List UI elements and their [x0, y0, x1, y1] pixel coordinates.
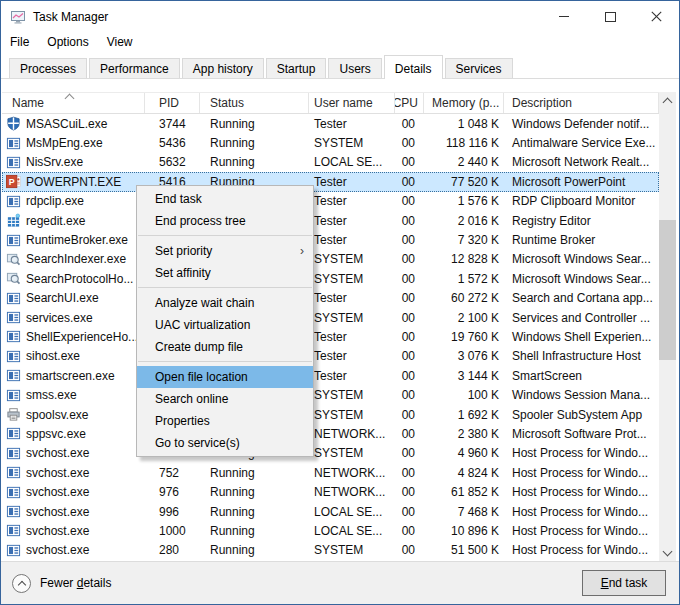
tab-users[interactable]: Users [328, 58, 381, 78]
table-row-searchindexer-exe[interactable]: SearchIndexer.exeSYSTEM0012 828 KMicroso… [2, 250, 659, 269]
menu-item-open-file-location[interactable]: Open file location [137, 366, 313, 388]
fewer-details-toggle[interactable]: Fewer details [12, 574, 111, 593]
menu-item-properties[interactable]: Properties [137, 410, 313, 432]
tab-app-history[interactable]: App history [182, 58, 264, 78]
app-icon [6, 194, 21, 209]
menu-item-set-affinity[interactable]: Set affinity [137, 262, 313, 284]
table-row-searchui-exe[interactable]: SearchUI.exeTester0060 272 KSearch and C… [2, 289, 659, 308]
process-name-cell: svchost.exe [2, 502, 145, 521]
user-cell: SYSTEM [309, 250, 395, 269]
process-name: MsMpEng.exe [26, 136, 103, 150]
table-row-powerpnt-exe[interactable]: PPOWERPNT.EXE5416RunningTester0077 520 K… [2, 172, 659, 191]
desc-cell: Runtime Broker [504, 230, 659, 249]
table-row-smss-exe[interactable]: smss.exeSYSTEM00100 KWindows Session Man… [2, 385, 659, 404]
powerpoint-icon: P [6, 174, 21, 189]
user-cell: SYSTEM [309, 541, 395, 560]
tab-processes[interactable]: Processes [9, 58, 87, 78]
status-cell: Running [200, 114, 309, 133]
table-row-shellexperienceho[interactable]: ShellExperienceHo...Tester0019 760 KWind… [2, 327, 659, 346]
menu-item-search-online[interactable]: Search online [137, 388, 313, 410]
menu-item-set-priority[interactable]: Set priority› [137, 240, 313, 262]
table-row-searchprotocolho[interactable]: SearchProtocolHo...SYSTEM001 572 KMicros… [2, 269, 659, 288]
titlebar[interactable]: Task Manager [1, 1, 679, 32]
maximize-button[interactable] [587, 1, 633, 32]
process-name: RuntimeBroker.exe [26, 233, 128, 247]
table-row-regedit-exe[interactable]: regedit.exeTester002 016 KRegistry Edito… [2, 211, 659, 230]
process-name: regedit.exe [26, 214, 85, 228]
cpu-cell: 00 [395, 385, 424, 404]
mem-cell: 118 116 K [424, 133, 504, 152]
user-cell: LOCAL SE... [309, 153, 395, 172]
table-row-msascuil-exe[interactable]: MSASCuiL.exe3744RunningTester001 048 KWi… [2, 114, 659, 133]
menu-item-label: UAC virtualization [155, 318, 250, 332]
table-row-svchost-exe[interactable]: svchost.exeRunningSYSTEM004 960 KHost Pr… [2, 444, 659, 463]
desc-cell: Host Process for Windo... [504, 463, 659, 482]
scroll-down-button[interactable] [659, 544, 676, 561]
tab-startup[interactable]: Startup [266, 58, 327, 78]
table-row-msmpeng-exe[interactable]: MsMpEng.exe5436RunningSYSTEM00118 116 KA… [2, 133, 659, 152]
mem-cell: 2 016 K [424, 211, 504, 230]
end-task-button[interactable]: End task [582, 570, 666, 596]
menu-item-analyze-wait-chain[interactable]: Analyze wait chain [137, 292, 313, 314]
table-row-svchost-exe[interactable]: svchost.exe752RunningNETWORK...004 824 K… [2, 463, 659, 482]
user-cell: Tester [309, 230, 395, 249]
column-header-pid[interactable]: PID [145, 93, 200, 113]
menu-item-end-process-tree[interactable]: End process tree [137, 210, 313, 232]
app-icon [6, 388, 21, 403]
process-name-cell: smartscreen.exe [2, 366, 145, 385]
process-name: svchost.exe [26, 543, 89, 557]
menubar-item-file[interactable]: File [10, 33, 38, 52]
menubar-item-view[interactable]: View [107, 33, 142, 52]
registry-icon [6, 213, 21, 228]
minimize-button[interactable] [541, 1, 587, 32]
column-header-cpu[interactable]: CPU [395, 93, 424, 113]
mem-cell: 100 K [424, 385, 504, 404]
cpu-cell: 00 [395, 482, 424, 501]
menubar-item-options[interactable]: Options [47, 33, 97, 52]
chevron-up-circle-icon [12, 574, 31, 593]
user-cell: SYSTEM [309, 405, 395, 424]
menu-item-go-to-service-s[interactable]: Go to service(s) [137, 432, 313, 454]
cpu-cell: 00 [395, 308, 424, 327]
tab-performance[interactable]: Performance [89, 58, 180, 78]
process-name: svchost.exe [26, 524, 89, 538]
table-row-sppsvc-exe[interactable]: sppsvc.exeNETWORK...002 380 KMicrosoft S… [2, 424, 659, 443]
menu-item-label: Go to service(s) [155, 436, 240, 450]
menu-item-end-task[interactable]: End task [137, 188, 313, 210]
desc-cell: Host Process for Windo... [504, 444, 659, 463]
table-row-nissrv-exe[interactable]: NisSrv.exe5632RunningLOCAL SE...002 440 … [2, 153, 659, 172]
table-row-svchost-exe[interactable]: svchost.exe1000RunningLOCAL SE...0010 89… [2, 521, 659, 540]
mem-cell: 1 576 K [424, 192, 504, 211]
column-header-status[interactable]: Status [200, 93, 309, 113]
menu-item-label: Properties [155, 414, 210, 428]
tab-services[interactable]: Services [445, 58, 513, 78]
table-row-rdpclip-exe[interactable]: rdpclip.exeTester001 576 KRDP Clipboard … [2, 192, 659, 211]
vertical-scrollbar[interactable] [659, 92, 676, 561]
pid-cell: 3744 [145, 114, 200, 133]
table-row-svchost-exe[interactable]: svchost.exe280RunningSYSTEM0051 500 KHos… [2, 541, 659, 560]
tab-bar: ProcessesPerformanceApp historyStartupUs… [1, 53, 679, 79]
menu-item-create-dump-file[interactable]: Create dump file [137, 336, 313, 358]
column-header-mem[interactable]: Memory (p... [424, 93, 504, 113]
user-cell: SYSTEM [309, 308, 395, 327]
process-name-cell: NisSrv.exe [2, 153, 145, 172]
close-button[interactable] [633, 1, 679, 32]
tab-details[interactable]: Details [384, 55, 443, 79]
desc-cell: Host Process for Windo... [504, 541, 659, 560]
table-row-spoolsv-exe[interactable]: spoolsv.exeSYSTEM001 692 KSpooler SubSys… [2, 405, 659, 424]
process-name: POWERPNT.EXE [26, 175, 121, 189]
table-row-sihost-exe[interactable]: sihost.exeTester003 076 KShell Infrastru… [2, 347, 659, 366]
table-row-svchost-exe[interactable]: svchost.exe996RunningLOCAL SE...007 468 … [2, 502, 659, 521]
table-row-services-exe[interactable]: services.exeSYSTEM002 100 KServices and … [2, 308, 659, 327]
column-header-desc[interactable]: Description [504, 93, 659, 113]
app-icon [6, 329, 21, 344]
column-header-user[interactable]: User name [309, 93, 395, 113]
table-row-smartscreen-exe[interactable]: smartscreen.exeTester003 144 KSmartScree… [2, 366, 659, 385]
table-row-runtimebroker-exe[interactable]: RuntimeBroker.exeTester007 320 KRuntime … [2, 230, 659, 249]
desc-cell: Microsoft Software Prot... [504, 424, 659, 443]
menu-item-uac-virtualization[interactable]: UAC virtualization [137, 314, 313, 336]
scrollbar-thumb[interactable] [659, 220, 676, 360]
column-header-name[interactable]: Name [2, 93, 145, 113]
scroll-up-button[interactable] [659, 92, 676, 109]
table-row-svchost-exe[interactable]: svchost.exe976RunningNETWORK...0061 852 … [2, 482, 659, 501]
